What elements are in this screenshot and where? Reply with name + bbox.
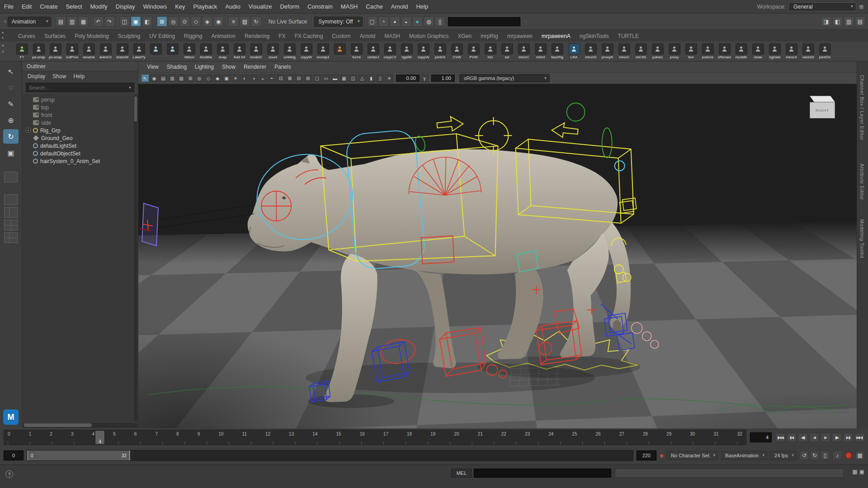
shelf-item[interactable]: voWeig <box>281 43 298 59</box>
tree-row[interactable]: hairSystem_0_Anim_Set <box>22 157 138 165</box>
redo-icon[interactable]: ↷ <box>104 16 115 27</box>
shelf-item[interactable]: mirorJr <box>783 43 800 59</box>
shelf-item[interactable]: jointOr <box>432 43 448 59</box>
toggle-channel-box-icon[interactable]: ◨ <box>821 16 831 27</box>
tree-row[interactable]: side <box>22 119 138 127</box>
shelf-item[interactable]: ribbon <box>181 43 198 59</box>
rig-tail-tip-controls[interactable] <box>632 323 659 348</box>
grip-icon[interactable]: ≡ <box>3 19 8 24</box>
snap-to-projected-center-icon[interactable]: ◇ <box>191 16 201 27</box>
shelf-item[interactable]: rename <box>80 43 97 59</box>
playback-oscillate-icon[interactable]: ↻ <box>810 451 819 460</box>
gamma-icon[interactable]: γ <box>420 74 429 82</box>
fps-selector[interactable]: 24 fps <box>770 451 797 460</box>
toon-shader-icon[interactable]: ● <box>412 16 423 27</box>
snap-to-curve-icon[interactable]: ◎ <box>168 16 179 27</box>
shelf-tab[interactable]: mrpaween <box>503 33 537 42</box>
shelf-tab[interactable]: Surfaces <box>40 33 70 42</box>
step-forward-frame-button[interactable]: ▶▮ <box>843 433 853 442</box>
shelf-item[interactable]: NG <box>482 43 499 59</box>
character-set-selector[interactable]: No Character Set <box>667 451 718 460</box>
shelf-tab[interactable]: Sculpting <box>113 33 145 42</box>
menu-item[interactable]: Display <box>112 3 139 10</box>
tree-row[interactable]: top <box>22 103 138 111</box>
shelf-item[interactable]: shareW <box>114 43 131 59</box>
shelf-item[interactable]: mirorC <box>515 43 532 59</box>
ipr-render-icon[interactable]: ◕ <box>390 16 400 27</box>
shelf-tab[interactable]: ngSkinTools <box>575 33 613 42</box>
outliner-menu-item[interactable]: Show <box>52 73 66 80</box>
input-connections-icon[interactable]: ≡ <box>228 16 239 27</box>
open-scene-icon[interactable]: ▥ <box>67 16 77 27</box>
tree-row[interactable]: Ground_Geo <box>22 134 138 142</box>
outliner-vertical-scrollbar[interactable] <box>134 95 137 422</box>
snap-to-grid-icon[interactable]: ⊞ <box>157 16 167 27</box>
select-camera-icon[interactable]: ↖ <box>141 74 149 82</box>
shelf-tab[interactable]: Animation <box>207 33 240 42</box>
view-cube[interactable]: RIGHT <box>810 96 835 119</box>
playback-range-handle[interactable]: 0 32 <box>27 450 130 460</box>
menu-item[interactable]: MASH <box>337 3 362 10</box>
shelf-item[interactable]: PVW <box>465 43 482 59</box>
shelf-item[interactable]: breathe <box>198 43 214 59</box>
xray-icon[interactable]: ⊠ <box>286 74 294 82</box>
current-frame-field[interactable] <box>750 432 772 442</box>
workspace-icon[interactable]: ▦ <box>859 4 868 9</box>
animation-end-field[interactable] <box>637 450 656 460</box>
last-tool-slot[interactable] <box>4 172 18 183</box>
preferences-icon[interactable]: ▦ <box>855 451 864 460</box>
shelf-item[interactable]: polvec <box>649 43 666 59</box>
shelf-tab[interactable]: FX Caching <box>290 33 328 42</box>
select-tool[interactable]: ↖ <box>3 64 19 79</box>
menu-item[interactable]: Modify <box>86 3 112 10</box>
shelf-item[interactable] <box>147 43 164 59</box>
shadows-icon[interactable]: ◐ <box>241 74 249 82</box>
time-slider[interactable]: 0123456789101112131415161718192021222324… <box>4 430 746 445</box>
shelf-item[interactable]: mocap1 <box>315 43 331 59</box>
shelf-tab[interactable]: Arnold <box>355 33 380 42</box>
xray-joints-icon[interactable]: ⊟ <box>295 74 303 82</box>
exposure-icon[interactable]: ☀ <box>385 74 393 82</box>
live-surface-label[interactable]: No Live Surface <box>266 19 310 25</box>
shelf-tab[interactable]: UV Editing <box>145 33 179 42</box>
render-current-frame-icon[interactable]: ◔ <box>378 16 389 27</box>
lock-camera-icon[interactable]: ◉ <box>150 74 158 82</box>
go-to-start-button[interactable]: ▮◀◀ <box>775 433 785 442</box>
shelf-item[interactable]: musMir <box>733 43 750 59</box>
tree-row[interactable]: defaultLightSet <box>22 142 138 150</box>
anim-layer-selector[interactable]: BaseAnimation <box>721 451 767 460</box>
menu-item[interactable]: Help <box>412 3 432 10</box>
scale-tool[interactable]: ▣ <box>3 145 19 160</box>
shelf-item[interactable]: animCh <box>97 43 114 59</box>
range-slider[interactable]: 0 32 <box>27 450 633 461</box>
shelf-tab[interactable]: Curves <box>14 33 40 42</box>
shelf-tab[interactable]: mrpRig <box>476 33 503 42</box>
shelf-item[interactable]: modelC <box>248 43 264 59</box>
shelf-tab[interactable]: XGen <box>453 33 476 42</box>
shelf-item[interactable] <box>164 43 181 59</box>
isolate-select-icon[interactable]: ⊡ <box>277 74 285 82</box>
shelf-item[interactable]: CVW <box>448 43 465 59</box>
animation-start-field[interactable] <box>4 450 24 460</box>
shelf-tab[interactable]: Rigging <box>179 33 207 42</box>
step-back-key-button[interactable]: ◀▮ <box>798 433 808 442</box>
shelf-item[interactable]: rigData <box>766 43 783 59</box>
expand-toggle[interactable]: + <box>26 128 31 133</box>
menu-item[interactable]: Playback <box>189 3 222 10</box>
chevron-down-icon[interactable]: ▾ <box>129 85 131 90</box>
viewport-menu-item[interactable]: Renderer <box>241 64 269 70</box>
new-scene-icon[interactable]: ▤ <box>56 16 66 27</box>
command-line-input[interactable] <box>474 469 611 478</box>
go-to-end-button[interactable]: ▶▶▮ <box>854 433 864 442</box>
scrollbar-thumb[interactable] <box>134 96 137 122</box>
step-forward-key-button[interactable]: ▮▶ <box>832 433 842 442</box>
shelf-item[interactable]: cutProx <box>64 43 80 59</box>
tab-channel-box[interactable]: Channel Box / Layer Editor <box>859 75 865 140</box>
shelf-item[interactable]: vacinDi <box>800 43 816 59</box>
open-render-view-icon[interactable]: ▢ <box>367 16 377 27</box>
shelf-tab[interactable]: Poly Modeling <box>70 33 113 42</box>
object-details-icon[interactable]: ▯ <box>376 74 384 82</box>
paint-select-tool[interactable]: ✎ <box>3 97 19 111</box>
step-back-frame-button[interactable]: ▮◀ <box>787 433 797 442</box>
shelf-item[interactable]: rigidW <box>398 43 415 59</box>
